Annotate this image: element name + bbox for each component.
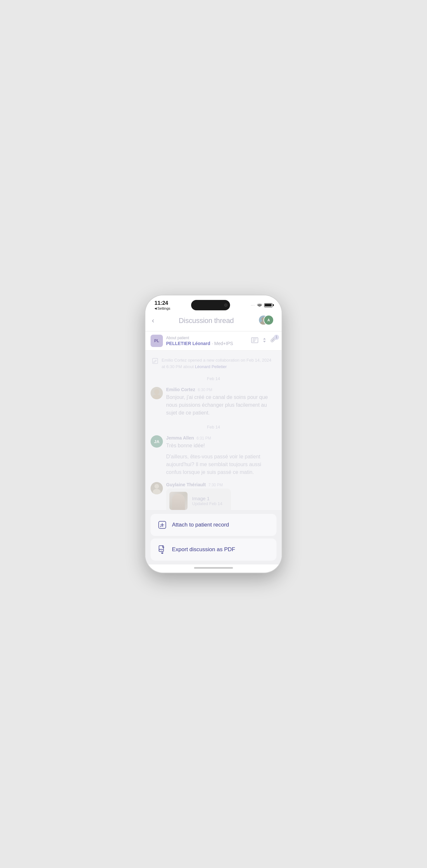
message-text-jemma-2: D'ailleurs, êtes-vous passé voir le pati… [166,453,276,476]
avatar-initials: A [267,318,270,322]
export-label: Export discussion as PDF [172,546,235,553]
back-button[interactable]: ‹ [152,316,154,325]
message-jemma: Jemma Allen 6:31 PM Très bonne idée! D'a… [166,435,276,476]
patient-tag: · Med+IPS [212,341,233,346]
nav-avatars: A [258,315,275,327]
page-title: Discussion thread [179,316,234,325]
avatar-guylaine-msg [151,482,163,494]
svg-point-5 [153,394,161,399]
message-group-emilio: Emilio Cortez 6:30 PM Bonjour, j'ai créé… [145,385,282,421]
svg-point-4 [154,389,159,394]
message-text-emilio: Bonjour, j'ai créé ce canal de soins pou… [166,394,276,417]
sender-name-guylaine: Guylaine Thériault [166,482,206,487]
status-settings[interactable]: Settings [155,306,170,310]
avatar-jemma: A [263,315,274,325]
message-time-emilio: 6:30 PM [198,388,212,392]
map-icon[interactable] [251,337,258,345]
dynamic-island [191,300,230,310]
patient-info: About patient PELLETIER Léonard · Med+IP… [166,336,251,346]
system-message: Emilio Cortez opened a new collaboration… [145,350,282,372]
home-bar [194,567,233,569]
message-header-guylaine: Guylaine Thériault 7:30 PM [166,482,276,487]
pdf-icon: PDF [157,545,167,555]
bottom-actions: Attach to patient record PDF Export disc… [145,510,282,564]
status-right: ··· [251,303,272,308]
attachment-button[interactable]: 1 [271,337,276,345]
avatar-emilio-msg [151,387,163,399]
message-text-jemma-1: Très bonne idée! [166,442,276,450]
patient-label: About patient [166,336,251,340]
image-thumbnail [169,492,188,510]
image-name: Image 1 [192,496,222,501]
message-header-jemma: Jemma Allen 6:31 PM [166,435,276,440]
image-date: Updated Feb 14 [192,501,222,506]
dots-icon: ··· [251,304,255,307]
nav-header: ‹ Discussion thread A [145,312,282,332]
image-attachment[interactable]: Image 1 Updated Feb 14 [166,489,231,510]
image-info: Image 1 Updated Feb 14 [192,496,222,506]
message-header-emilio: Emilio Cortez 6:30 PM [166,387,276,392]
patient-name[interactable]: PELLETIER Léonard [166,341,210,346]
patient-bar: PL About patient PELLETIER Léonard · Med… [145,332,282,350]
system-text: Emilio Cortez opened a new collaboration… [162,357,275,370]
message-time-guylaine: 7:30 PM [208,483,223,487]
date-divider-2: Feb 14 [145,421,282,433]
message-emilio: Emilio Cortez 6:30 PM Bonjour, j'ai créé… [166,387,276,417]
status-left: 11:24 Settings [155,300,170,310]
battery-icon [264,303,272,307]
attach-to-patient-button[interactable]: Attach to patient record [151,514,276,536]
message-group-jemma: JA Jemma Allen 6:31 PM Très bonne idée! … [145,433,282,480]
svg-rect-3 [153,359,158,364]
wifi-icon [257,303,262,308]
date-divider-1: Feb 14 [145,372,282,385]
patient-name-line: PELLETIER Léonard · Med+IPS [166,341,251,346]
avatar-stack: A [258,315,275,327]
svg-point-7 [153,489,161,494]
svg-text:PDF: PDF [159,549,163,551]
patient-avatar: PL [151,335,163,347]
message-time-jemma: 6:31 PM [197,436,211,440]
patient-actions: 1 [251,337,276,345]
status-bar: 11:24 Settings ··· [145,296,282,312]
attachment-badge: 1 [274,335,279,340]
edit-icon [152,358,158,366]
chevron-up-down-icon[interactable] [262,337,267,345]
home-indicator [145,564,282,572]
sender-name-jemma: Jemma Allen [166,435,194,440]
avatar-jemma-msg: JA [151,435,163,447]
svg-point-6 [155,484,159,489]
export-pdf-button[interactable]: PDF Export discussion as PDF [151,538,276,561]
message-group-guylaine: Guylaine Thériault 7:30 PM Image 1 Updat… [145,480,282,510]
message-guylaine: Guylaine Thériault 7:30 PM Image 1 Updat… [166,482,276,510]
status-time: 11:24 [155,300,170,306]
content-area: Emilio Cortez opened a new collaboration… [145,350,282,510]
system-text-highlight: Léonard Pelletier [195,364,227,369]
sender-name-emilio: Emilio Cortez [166,387,195,392]
attach-label: Attach to patient record [172,522,229,528]
attach-icon [157,520,167,530]
